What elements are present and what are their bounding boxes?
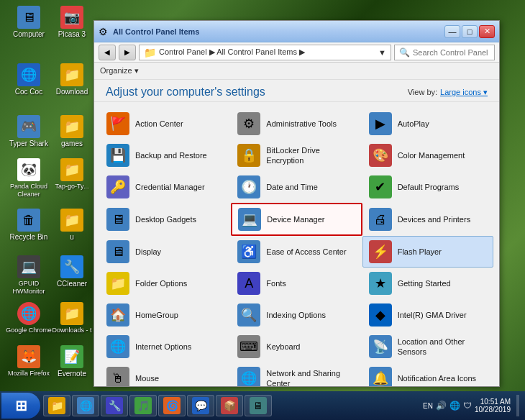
- cp-label-fonts: Fonts: [266, 278, 286, 288]
- control-panel-window: ⚙ All Control Panel Items — □ ✕ ◀ ▶ 📁 Co…: [93, 20, 500, 387]
- desktop-icon-games[interactable]: 📁 games: [49, 115, 95, 148]
- search-input[interactable]: [413, 48, 490, 57]
- cp-label-backup-restore: Backup and Restore: [135, 150, 207, 160]
- view-by-value[interactable]: Large icons ▾: [440, 88, 488, 97]
- cp-item-network-sharing[interactable]: 🌐 Network and Sharing Center: [231, 362, 362, 386]
- desktop-icon-coccoc[interactable]: 🌐 Coc Coc: [6, 63, 52, 96]
- cp-icon-network-sharing: 🌐: [237, 367, 260, 386]
- desktop-icon-evernote[interactable]: 📝 Evernote: [49, 345, 95, 378]
- cp-icon-internet-options: 🌐: [106, 335, 129, 358]
- cp-item-display[interactable]: 🖥 Display: [100, 236, 231, 268]
- view-by-label: View by:: [408, 88, 437, 96]
- desktop-icon-chrome[interactable]: 🌐 Google Chrome: [6, 302, 52, 334]
- items-container[interactable]: 🚩 Action Center ⚙ Administrative Tools ▶…: [94, 102, 499, 386]
- cp-label-intel-gma: Intel(R) GMA Driver: [398, 310, 467, 320]
- minimize-button[interactable]: —: [444, 25, 460, 38]
- start-button[interactable]: ⊞: [1, 393, 40, 419]
- cp-item-mouse[interactable]: 🖱 Mouse: [100, 362, 231, 386]
- cp-label-credential-manager: Credential Manager: [135, 182, 205, 192]
- taskbar-item5[interactable]: 🌀: [158, 395, 186, 416]
- cp-label-autoplay: AutoPlay: [398, 119, 429, 129]
- cp-item-homegroup[interactable]: 🏠 HomeGroup: [100, 299, 231, 331]
- dropdown-arrow[interactable]: ▼: [378, 48, 386, 57]
- cp-icon-color-management: 🎨: [369, 144, 392, 167]
- taskbar-item3[interactable]: 🔧: [101, 395, 128, 416]
- cp-item-folder-options[interactable]: 📁 Folder Options: [100, 268, 231, 299]
- address-path[interactable]: 📁 Control Panel ▶ All Control Panel Item…: [139, 45, 391, 60]
- cp-item-color-management[interactable]: 🎨 Color Management: [362, 140, 493, 171]
- cp-item-administrative-tools[interactable]: ⚙ Administrative Tools: [231, 108, 362, 140]
- taskbar-item4[interactable]: 🎵: [129, 395, 157, 416]
- desktop-icon-downloads[interactable]: 📁 Downloads - t: [49, 302, 95, 334]
- cp-icon-notification-icons: 🔔: [369, 367, 392, 386]
- desktop-icon-tapgo[interactable]: 📁 Tap-go-Ty...: [49, 158, 95, 191]
- desktop-icon-ccleaner[interactable]: 🔧 CCleaner: [49, 255, 95, 288]
- show-desktop[interactable]: [516, 395, 519, 416]
- tray-volume[interactable]: 🔊: [436, 401, 447, 411]
- cp-item-ease-access[interactable]: ♿ Ease of Access Center: [231, 236, 362, 268]
- date-display: 10/28/2019: [475, 406, 511, 414]
- window-icon: ⚙: [99, 26, 110, 37]
- cp-item-indexing-options[interactable]: 🔍 Indexing Options: [231, 299, 362, 331]
- cp-item-internet-options[interactable]: 🌐 Internet Options: [100, 331, 231, 362]
- desktop-icon-picasa[interactable]: 📷 Picasa 3: [49, 6, 95, 39]
- cp-icon-action-center: 🚩: [106, 112, 129, 135]
- search-box[interactable]: 🔍: [394, 45, 495, 60]
- cp-icon-administrative-tools: ⚙: [237, 112, 260, 135]
- address-bar: ◀ ▶ 📁 Control Panel ▶ All Control Panel …: [94, 42, 499, 63]
- forward-button[interactable]: ▶: [119, 45, 136, 60]
- cp-icon-ease-access: ♿: [237, 240, 260, 263]
- tray-network[interactable]: 🌐: [449, 401, 460, 411]
- cp-icon-getting-started: ★: [369, 272, 392, 295]
- taskbar-item6[interactable]: 💬: [187, 395, 214, 416]
- content-header: Adjust your computer's settings View by:…: [94, 80, 499, 102]
- taskbar-item7[interactable]: 📦: [216, 395, 243, 416]
- taskbar-items: 📁 🌐 🔧 🎵 🌀 💬 📦 🖥: [40, 391, 417, 420]
- cp-item-notification-icons[interactable]: 🔔 Notification Area Icons: [362, 362, 493, 386]
- cp-item-intel-gma[interactable]: ◆ Intel(R) GMA Driver: [362, 299, 493, 331]
- desktop-icon-gpuid[interactable]: 💻 GPUID HWMonitor: [6, 255, 52, 296]
- taskbar-explorer[interactable]: 📁: [43, 395, 70, 416]
- cp-item-fonts[interactable]: A Fonts: [231, 268, 362, 299]
- organize-menu[interactable]: Organize ▾: [100, 66, 139, 76]
- cp-item-desktop-gadgets[interactable]: 🖥 Desktop Gadgets: [100, 203, 231, 236]
- window-titlebar: ⚙ All Control Panel Items — □ ✕: [94, 21, 499, 42]
- cp-label-administrative-tools: Administrative Tools: [266, 119, 337, 129]
- desktop-icon-computer[interactable]: 🖥 Computer: [6, 6, 52, 39]
- cp-label-keyboard: Keyboard: [266, 342, 300, 352]
- cp-item-autoplay[interactable]: ▶ AutoPlay: [362, 108, 493, 140]
- content-area: Organize ▾ Adjust your computer's settin…: [94, 63, 499, 386]
- maximize-button[interactable]: □: [462, 25, 478, 38]
- cp-item-flash-player[interactable]: ⚡ Flash Player: [362, 236, 493, 268]
- cp-icon-desktop-gadgets: 🖥: [106, 208, 129, 231]
- cp-item-backup-restore[interactable]: 💾 Backup and Restore: [100, 140, 231, 171]
- desktop-icon-firefox[interactable]: 🦊 Mozilla Firefox: [6, 345, 52, 378]
- cp-label-ease-access: Ease of Access Center: [266, 247, 346, 257]
- taskbar-ie[interactable]: 🌐: [72, 395, 99, 416]
- cp-item-device-manager[interactable]: 💻 Device Manager: [231, 203, 362, 236]
- cp-item-location-sensors[interactable]: 📡 Location and Other Sensors: [362, 331, 493, 362]
- desktop-icon-u[interactable]: 📁 u: [49, 209, 95, 242]
- back-button[interactable]: ◀: [99, 45, 116, 60]
- taskbar-tray: EN 🔊 🌐 🛡 10:51 AM 10/28/2019: [417, 391, 525, 420]
- content-heading: Adjust your computer's settings: [106, 86, 265, 99]
- desktop-icon-panda[interactable]: 🐼 Panda Cloud Cleaner: [6, 158, 52, 198]
- time-display: 10:51 AM: [475, 398, 511, 406]
- desktop-icon-download[interactable]: 📁 Download: [49, 63, 95, 96]
- desktop-icon-typer-shark[interactable]: 🎮 Typer Shark: [6, 115, 52, 148]
- cp-label-internet-options: Internet Options: [135, 342, 191, 352]
- desktop-icon-recycle[interactable]: 🗑 Recycle Bin: [6, 209, 52, 242]
- cp-item-action-center[interactable]: 🚩 Action Center: [100, 108, 231, 140]
- cp-item-keyboard[interactable]: ⌨ Keyboard: [231, 331, 362, 362]
- taskbar-item8[interactable]: 🖥: [245, 395, 272, 416]
- tray-clock[interactable]: 10:51 AM 10/28/2019: [475, 398, 511, 414]
- cp-item-date-time[interactable]: 🕐 Date and Time: [231, 171, 362, 203]
- cp-item-bitlocker[interactable]: 🔒 BitLocker Drive Encryption: [231, 140, 362, 171]
- close-button[interactable]: ✕: [479, 25, 495, 38]
- cp-icon-intel-gma: ◆: [369, 303, 392, 327]
- cp-item-credential-manager[interactable]: 🔑 Credential Manager: [100, 171, 231, 203]
- cp-item-devices-printers[interactable]: 🖨 Devices and Printers: [362, 203, 493, 236]
- cp-label-color-management: Color Management: [398, 150, 465, 160]
- cp-item-default-programs[interactable]: ✔ Default Programs: [362, 171, 493, 203]
- cp-item-getting-started[interactable]: ★ Getting Started: [362, 268, 493, 299]
